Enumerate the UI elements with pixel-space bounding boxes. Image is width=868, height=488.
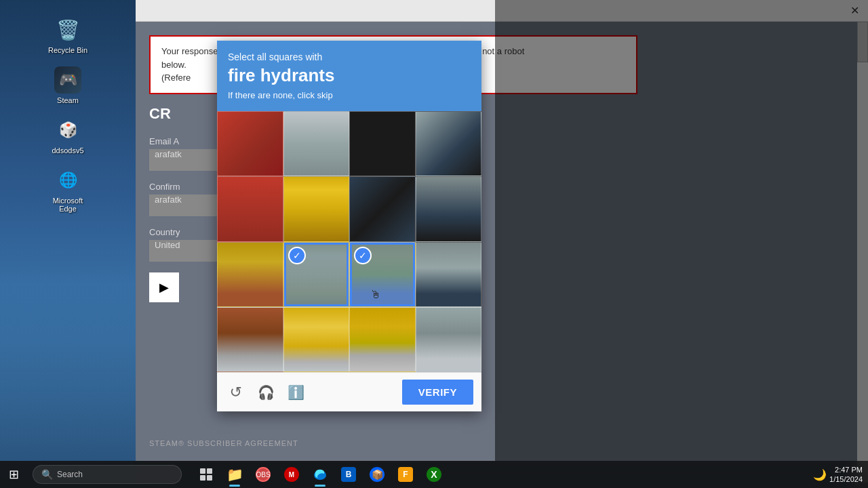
grid-cell-r2c4[interactable] (416, 176, 482, 241)
grid-cell-r3c3[interactable]: ✓ 🖱 (349, 242, 416, 307)
grid-cell-r4c2[interactable] (283, 307, 350, 372)
svg-rect-2 (200, 475, 205, 481)
grid-cell-r3c2[interactable]: ✓ (283, 242, 350, 307)
grid-cell-r1c1[interactable] (217, 111, 283, 176)
grid-cell-r4c1[interactable] (217, 307, 283, 372)
audio-icon[interactable]: 🎧 (255, 382, 277, 403)
recycle-bin-icon[interactable]: 🗑️ Recycle Bin (44, 14, 92, 57)
system-clock[interactable]: 2:47 PM 1/15/2024 (829, 465, 863, 485)
svg-rect-1 (207, 468, 212, 474)
taskbar-system-tray: 🌙 2:47 PM 1/15/2024 (808, 465, 868, 485)
grid-cell-r2c3[interactable] (349, 176, 416, 241)
taskbar-search-label: Search (57, 470, 83, 479)
captcha-hint: If there are none, click skip (228, 90, 471, 100)
svg-rect-0 (200, 468, 205, 474)
taskbar-files[interactable]: F (392, 461, 419, 488)
steam-icon[interactable]: 🎮 Steam (44, 64, 92, 107)
start-button[interactable]: ⊞ (0, 461, 27, 488)
grid-cell-r2c1[interactable] (217, 176, 283, 241)
grid-cell-r1c3[interactable] (349, 111, 416, 176)
desktop: 🗑️ Recycle Bin 🎮 Steam 🎲 ddsodsv5 🌐 Micr… (0, 0, 136, 488)
taskbar-dropbox[interactable]: 📦 (363, 461, 391, 488)
taskbar-explorer[interactable]: 📁 (221, 461, 248, 488)
taskbar-megasync[interactable]: M (278, 461, 305, 488)
taskbar-xbox[interactable]: X (420, 461, 448, 488)
captcha-header: Select all squares with fire hydrants If… (217, 41, 481, 111)
captcha-subject: fire hydrants (228, 65, 471, 86)
svg-rect-3 (207, 475, 212, 481)
grid-cell-r1c4[interactable] (416, 111, 482, 176)
info-icon[interactable]: ℹ️ (285, 382, 307, 403)
footer-icons: ↻ 🎧 ℹ️ (225, 382, 307, 403)
taskbar-edge[interactable] (307, 461, 334, 488)
captcha-select-text: Select all squares with (228, 52, 471, 62)
grid-cell-r4c4[interactable] (416, 307, 482, 372)
grid-cell-r1c2[interactable] (283, 111, 350, 176)
grid-cell-r3c1[interactable] (217, 242, 283, 307)
grid-cell-r3c4[interactable] (416, 242, 482, 307)
browser-window: ✕ Your response to the CAPTCHA appears t… (136, 0, 868, 461)
weather-icon: 🌙 (813, 468, 827, 481)
video-button[interactable]: ▶ (149, 272, 179, 302)
captcha-grid: ✓ ✓ 🖱 (217, 111, 481, 372)
taskbar-taskview[interactable] (193, 461, 220, 488)
taskbar-search-box[interactable]: 🔍 Search (33, 465, 182, 484)
dds-icon[interactable]: 🎲 ddsodsv5 (44, 114, 92, 157)
grid-cell-r4c3[interactable] (349, 307, 416, 372)
taskbar-obs[interactable]: OBS (250, 461, 277, 488)
taskbar-apps: 📁 OBS M B 📦 F X (193, 461, 448, 488)
taskbar-search-icon: 🔍 (41, 469, 53, 480)
refresh-icon[interactable]: ↻ (225, 382, 247, 403)
edge-icon[interactable]: 🌐 Microsoft Edge (44, 164, 92, 216)
verify-button[interactable]: VERIFY (402, 380, 473, 405)
taskbar: ⊞ 🔍 Search 📁 OBS M B (0, 461, 868, 488)
cursor-indicator: 🖱 (370, 289, 381, 301)
captcha-footer: ↻ 🎧 ℹ️ VERIFY (217, 372, 481, 411)
captcha-dialog: Select all squares with fire hydrants If… (217, 41, 481, 411)
check-mark-r3c2: ✓ (288, 247, 306, 264)
check-mark-r3c3: ✓ (354, 247, 372, 264)
agreement-text: STEAM® SUBSCRIBER AGREEMENT (149, 439, 298, 447)
dark-overlay (495, 0, 868, 461)
grid-cell-r2c2[interactable] (283, 176, 350, 241)
taskbar-bdrive[interactable]: B (335, 461, 362, 488)
